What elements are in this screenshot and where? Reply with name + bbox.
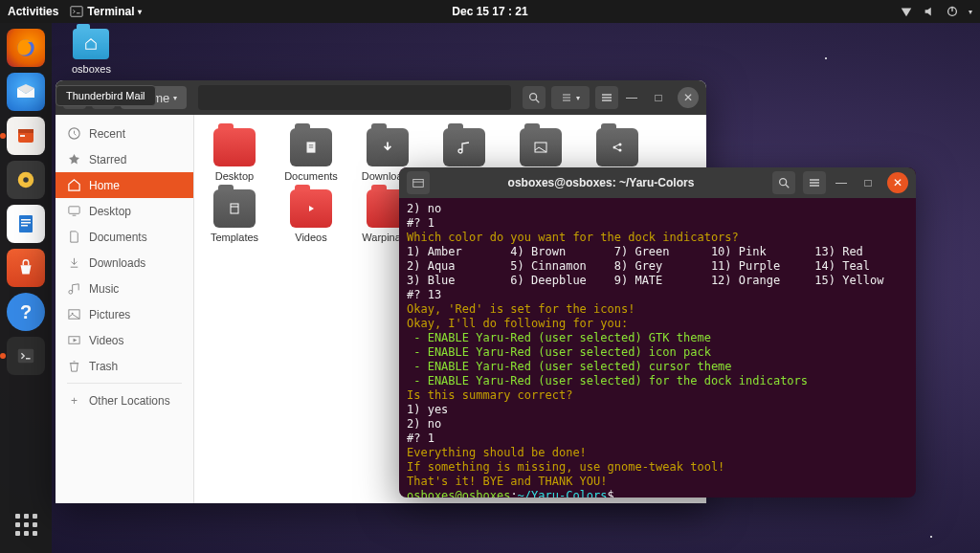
new-tab-button[interactable] <box>407 171 430 194</box>
folder-videos[interactable]: Videos <box>280 189 342 243</box>
dock-rhythmbox[interactable] <box>7 161 45 199</box>
sidebar-item-starred[interactable]: Starred <box>56 146 193 172</box>
folder-documents[interactable]: Documents <box>280 128 342 182</box>
terminal-line: That's it! BYE and THANK YOU! <box>407 475 908 489</box>
svg-line-34 <box>786 185 790 188</box>
chevron-down-icon: ▾ <box>173 94 177 102</box>
sidebar-label: Pictures <box>89 308 130 321</box>
terminal-line: #? 1 <box>407 431 908 446</box>
svg-rect-17 <box>69 207 79 214</box>
terminal-search-button[interactable] <box>772 171 795 194</box>
svg-rect-12 <box>21 225 28 227</box>
sidebar-label: Videos <box>89 334 123 347</box>
clock[interactable]: Dec 15 17 : 21 <box>452 5 527 18</box>
sidebar-item-home[interactable]: Home <box>56 172 193 198</box>
activities-button[interactable]: Activities <box>8 5 58 18</box>
terminal-line: #? 13 <box>407 288 908 302</box>
dock-software[interactable] <box>7 249 45 287</box>
terminal-prompt: osboxes@osboxes:~/Yaru-Colors$ <box>407 489 908 498</box>
network-icon[interactable] <box>900 5 913 18</box>
svg-rect-10 <box>21 219 31 221</box>
terminal-line: 1) Amber 4) Brown 7) Green 10) Pink 13) … <box>407 245 908 259</box>
desktop-folder-osboxes[interactable]: osboxes <box>72 29 111 75</box>
svg-rect-29 <box>231 204 238 213</box>
sidebar-item-documents[interactable]: Documents <box>56 224 193 250</box>
dock-help[interactable]: ? <box>7 293 45 331</box>
svg-rect-13 <box>18 349 34 364</box>
volume-icon[interactable] <box>923 5 936 18</box>
music-icon <box>67 281 81 296</box>
folder-icon <box>367 128 409 166</box>
folder-label: Documents <box>284 170 338 182</box>
folder-templates[interactable]: Templates <box>204 189 265 243</box>
svg-rect-11 <box>21 222 31 224</box>
chevron-down-icon[interactable]: ▾ <box>969 8 972 16</box>
dock-thunderbird[interactable] <box>7 73 45 111</box>
sidebar-item-music[interactable]: Music <box>56 276 193 301</box>
terminal-line: Okay, 'Red' is set for the icons! <box>407 302 908 317</box>
sidebar-label: Home <box>89 179 120 192</box>
sidebar-item-desktop[interactable]: Desktop <box>56 198 193 224</box>
video-icon <box>67 333 81 347</box>
folder-desktop[interactable]: Desktop <box>204 128 265 182</box>
folder-icon <box>520 128 562 166</box>
terminal-line: - ENABLE Yaru-Red (user selected) icon p… <box>407 345 908 360</box>
folder-label: Templates <box>211 232 258 243</box>
terminal-title: osboxes@osboxes: ~/Yaru-Colors <box>437 176 765 189</box>
terminal-line: Which color do you want for the dock ind… <box>407 231 908 245</box>
minimize-button[interactable]: — <box>624 90 639 105</box>
terminal-line: 1) yes <box>407 403 908 417</box>
terminal-icon <box>70 5 83 18</box>
terminal-line: 2) Aqua 5) Cinnamon 8) Grey 11) Purple 1… <box>407 259 908 274</box>
search-button[interactable] <box>523 86 546 109</box>
pathbar[interactable] <box>198 85 511 110</box>
clock-icon <box>67 126 81 141</box>
sidebar-item-videos[interactable]: Videos <box>56 327 193 353</box>
terminal-line: Everything should be done! <box>407 446 908 460</box>
sidebar-item-trash[interactable]: Trash <box>56 353 193 379</box>
dock-terminal[interactable] <box>7 337 45 375</box>
hamburger-button[interactable] <box>595 86 618 109</box>
svg-rect-9 <box>19 215 33 232</box>
dock-firefox[interactable] <box>7 29 45 67</box>
svg-point-33 <box>780 179 787 186</box>
view-options-button[interactable]: ▾ <box>551 86 590 109</box>
search-icon <box>527 91 541 104</box>
close-button[interactable]: ✕ <box>678 87 699 108</box>
folder-icon <box>290 189 332 228</box>
svg-rect-6 <box>20 135 25 137</box>
terminal-line: - ENABLE Yaru-Red (user selected) for th… <box>407 374 908 388</box>
terminal-titlebar[interactable]: osboxes@osboxes: ~/Yaru-Colors — □ ✕ <box>399 167 916 198</box>
close-button[interactable]: ✕ <box>887 172 908 193</box>
dock-libreoffice[interactable] <box>7 205 45 243</box>
search-icon <box>777 176 791 189</box>
sidebar-label: Recent <box>89 127 125 141</box>
terminal-line: 2) no <box>407 417 908 431</box>
folder-icon <box>443 128 485 166</box>
gnome-topbar: Activities Terminal ▾ Dec 15 17 : 21 ▾ <box>0 0 980 23</box>
sidebar-item-downloads[interactable]: Downloads <box>56 250 193 276</box>
sidebar-item-recent[interactable]: Recent <box>56 121 193 146</box>
star-icon <box>67 152 81 166</box>
down-icon <box>67 255 81 270</box>
minimize-button[interactable]: — <box>834 175 849 190</box>
dock-files[interactable] <box>7 117 45 155</box>
terminal-line: Okay, I'll do following for you: <box>407 317 908 331</box>
app-menu[interactable]: Terminal ▾ <box>70 5 142 18</box>
svg-rect-5 <box>18 129 33 133</box>
svg-rect-31 <box>413 180 424 188</box>
sidebar-other-locations[interactable]: +Other Locations <box>56 387 193 413</box>
svg-rect-0 <box>71 7 82 17</box>
maximize-button[interactable]: □ <box>860 175 876 190</box>
terminal-line: - ENABLE Yaru-Red (user selected) cursor… <box>407 360 908 374</box>
power-icon[interactable] <box>946 5 959 18</box>
terminal-menu-button[interactable] <box>803 171 826 194</box>
sidebar-label: Starred <box>89 153 126 166</box>
folder-label: Videos <box>295 232 326 243</box>
dock-show-apps[interactable] <box>7 505 45 543</box>
terminal-window: osboxes@osboxes: ~/Yaru-Colors — □ ✕ 2) … <box>399 167 916 498</box>
sidebar-item-pictures[interactable]: Pictures <box>56 301 193 327</box>
terminal-body[interactable]: 2) no#? 1Which color do you want for the… <box>399 198 916 498</box>
tooltip-thunderbird: Thunderbird Mail <box>56 85 156 106</box>
maximize-button[interactable]: □ <box>651 90 666 105</box>
